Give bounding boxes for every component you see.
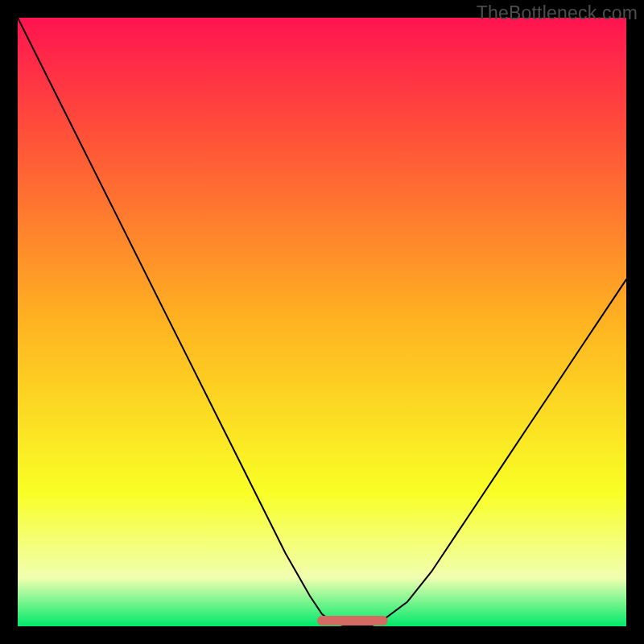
watermark-text: TheBottleneck.com [477,2,638,24]
bottleneck-chart [18,18,626,626]
gradient-background [18,18,626,626]
chart-frame: TheBottleneck.com [0,0,644,644]
